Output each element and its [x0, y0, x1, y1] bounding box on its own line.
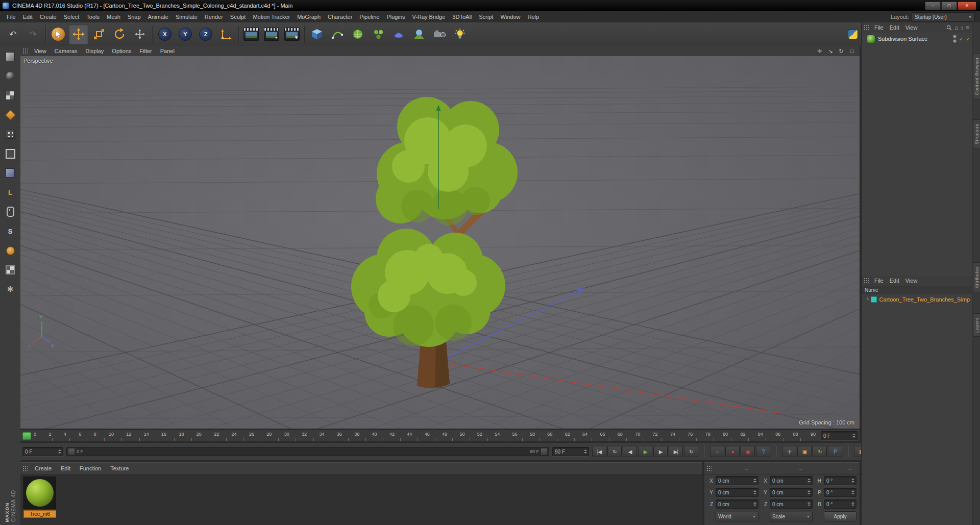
object-manager-menu-item[interactable]: Edit: [887, 24, 902, 31]
axis-workplane-button[interactable]: L: [2, 184, 18, 201]
record-button[interactable]: ●: [725, 446, 740, 457]
viewport-menu-item[interactable]: Filter: [135, 48, 156, 54]
menu-item[interactable]: MoGraph: [293, 12, 324, 22]
axis-mode-button[interactable]: [2, 242, 18, 259]
environment-button[interactable]: [409, 24, 429, 44]
material-menu-item[interactable]: Function: [75, 465, 106, 471]
menu-item[interactable]: Create: [36, 12, 60, 22]
record-rotation-button[interactable]: ↻: [813, 446, 827, 457]
play-button[interactable]: ▶: [638, 446, 652, 457]
menu-item[interactable]: Render: [201, 12, 227, 22]
primitive-cube-button[interactable]: [307, 24, 327, 44]
make-editable-button[interactable]: [2, 48, 18, 65]
menu-item[interactable]: Simulate: [172, 12, 201, 22]
rotate-view-icon[interactable]: ↻: [837, 47, 846, 55]
points-mode-button[interactable]: [2, 126, 18, 142]
stepper-icon[interactable]: [852, 434, 856, 438]
undo-button[interactable]: ↶: [3, 24, 22, 44]
render-view-button[interactable]: [241, 24, 261, 44]
position-space-select[interactable]: World ▼: [716, 512, 758, 521]
tab-attributes[interactable]: Attributes: [973, 262, 980, 292]
ruler-frame-field[interactable]: 0 F: [821, 431, 857, 440]
texture-mode-button[interactable]: [2, 87, 18, 104]
rotation-field[interactable]: 0 °: [824, 476, 856, 485]
timeline-ruler[interactable]: 0246810121416182022242628303234363840424…: [20, 430, 860, 442]
menu-item[interactable]: Pipeline: [356, 12, 383, 22]
object-manager-menu-item[interactable]: View: [902, 24, 921, 31]
snap-button[interactable]: S: [2, 223, 18, 239]
playhead[interactable]: [22, 432, 31, 440]
autokey-button[interactable]: ◉: [741, 446, 755, 457]
viewport-menu-item[interactable]: Display: [81, 48, 108, 54]
menu-item[interactable]: 3DToAll: [449, 12, 475, 22]
panel-grip[interactable]: [22, 465, 28, 471]
material-menu-item[interactable]: Texture: [106, 465, 133, 471]
viewport-menu-item[interactable]: View: [30, 48, 51, 54]
size-mode-select[interactable]: Scale ▼: [770, 512, 813, 521]
stepper-icon[interactable]: [807, 490, 811, 494]
generators-button[interactable]: [348, 24, 368, 44]
minimize-button[interactable]: –: [925, 2, 941, 10]
camera-button[interactable]: [430, 24, 449, 44]
stepper-icon[interactable]: [851, 490, 855, 494]
maximize-button[interactable]: □: [941, 2, 957, 10]
menu-item[interactable]: Character: [324, 12, 356, 22]
material-item[interactable]: Tree_m6: [23, 477, 56, 518]
zoom-view-icon[interactable]: ↘: [826, 47, 835, 55]
record-scale-button[interactable]: ▣: [797, 446, 812, 457]
render-visibility-dot[interactable]: [953, 39, 957, 43]
range-start-handle[interactable]: [68, 448, 75, 455]
loop-button[interactable]: ↻: [684, 446, 698, 457]
stepper-icon[interactable]: [807, 479, 811, 483]
viewport-menu-item[interactable]: Cameras: [51, 48, 82, 54]
close-button[interactable]: ✕: [958, 2, 976, 10]
scale-tool-button[interactable]: [89, 24, 109, 44]
menu-item[interactable]: Window: [497, 12, 524, 22]
menu-item[interactable]: Script: [475, 12, 497, 22]
light-button[interactable]: [450, 24, 470, 44]
rotation-field[interactable]: 0 °: [824, 488, 856, 497]
keyframe-selection-button[interactable]: ◌: [710, 446, 724, 457]
position-field[interactable]: 0 cm: [716, 499, 758, 509]
menu-item[interactable]: V-Ray Bridge: [409, 12, 449, 22]
stepper-icon[interactable]: [58, 449, 62, 454]
stepper-icon[interactable]: [753, 479, 757, 483]
goto-end-button[interactable]: ▶|: [669, 446, 683, 457]
range-end-handle[interactable]: [541, 448, 548, 455]
render-settings-button[interactable]: ✱: [282, 24, 302, 44]
visibility-toggles[interactable]: [953, 35, 957, 43]
menu-item[interactable]: Select: [60, 12, 83, 22]
stepper-icon[interactable]: [851, 502, 855, 506]
tree-model[interactable]: [351, 97, 518, 388]
model-mode-button[interactable]: [2, 68, 18, 84]
position-field[interactable]: 0 cm: [716, 488, 758, 497]
workplane-mode-button[interactable]: [2, 107, 18, 123]
sort-icon[interactable]: ↕: [961, 24, 964, 31]
play-preview-button[interactable]: ↻: [607, 446, 622, 457]
stepper-icon[interactable]: [753, 502, 757, 506]
menu-item[interactable]: Plugins: [383, 12, 408, 22]
menu-item[interactable]: File: [3, 12, 19, 22]
live-selection-button[interactable]: [48, 24, 68, 44]
panel-grip[interactable]: [864, 24, 869, 31]
coordinate-system-button[interactable]: [216, 24, 236, 44]
camera-label[interactable]: Perspective: [23, 58, 53, 64]
position-field[interactable]: 0 cm: [716, 476, 758, 485]
menu-item[interactable]: Edit: [19, 12, 36, 22]
rotation-field[interactable]: 0 °: [824, 499, 856, 509]
panel-grip[interactable]: [22, 48, 28, 54]
menu-icon[interactable]: ≡: [966, 24, 969, 31]
spline-pen-button[interactable]: [328, 24, 347, 44]
toggle-view-icon[interactable]: □: [847, 47, 856, 55]
viewport-menu-item[interactable]: Panel: [156, 48, 179, 54]
python-icon[interactable]: [848, 29, 858, 39]
viewport-menu-item[interactable]: Options: [108, 48, 135, 54]
record-parameter-button[interactable]: P: [828, 446, 842, 457]
render-picture-viewer-button[interactable]: ▸: [262, 24, 281, 44]
menu-item[interactable]: Motion Tracker: [249, 12, 293, 22]
material-name[interactable]: Tree_m6: [23, 510, 56, 518]
stepper-icon[interactable]: [851, 479, 855, 483]
scene-item[interactable]: └ Cartoon_Tree_Two_Branches_Simp: [862, 294, 972, 304]
viewport-canvas[interactable]: Y X Z: [20, 56, 860, 429]
last-tool-button[interactable]: [130, 24, 150, 44]
